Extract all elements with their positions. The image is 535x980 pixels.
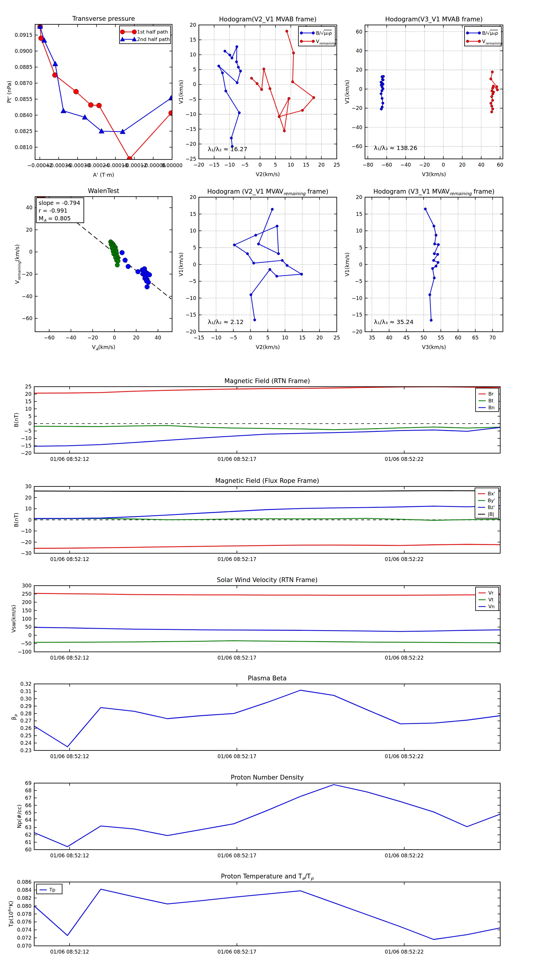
chart-title: Proton Number Density bbox=[231, 774, 303, 781]
x-tick-label: 01/06 08:52:12 bbox=[50, 456, 89, 462]
y-tick-label: 0 bbox=[28, 420, 32, 426]
y-tick-label: 10 bbox=[356, 228, 362, 234]
legend-label: |B| bbox=[488, 511, 494, 517]
x-tick-label: −40 bbox=[66, 335, 77, 340]
y-tick-label: 0.0810 bbox=[15, 144, 32, 150]
y-tick-label: −5 bbox=[189, 97, 196, 102]
chart-title: Hodogram(V3_V1 MVAB frame) bbox=[385, 16, 483, 23]
x-tick-label: 20 bbox=[318, 162, 325, 168]
annotation-lambda-ratio: λ₁/λ₂ ≈ 16.27 bbox=[208, 145, 247, 153]
y-tick-label: 0.076 bbox=[17, 919, 32, 925]
x-tick-label: 0 bbox=[259, 162, 262, 168]
y-tick-label: −40 bbox=[22, 293, 32, 299]
y-tick-label: 0.070 bbox=[17, 943, 32, 949]
chart-b_rtn: 01/06 08:52:1201/06 08:52:1701/06 08:52:… bbox=[13, 377, 500, 462]
y-tick-label: −40 bbox=[351, 124, 362, 130]
x-tick-label: −15 bbox=[193, 335, 204, 340]
y-axis-label: V1(km/s) bbox=[178, 253, 184, 277]
series-beta_p bbox=[34, 690, 500, 746]
legend-label: 2nd half path bbox=[137, 37, 170, 42]
y-tick-label: 0.0855 bbox=[15, 96, 32, 102]
y-axis-label: Np(#/cc) bbox=[16, 805, 22, 828]
y-tick-label: 15 bbox=[190, 37, 196, 43]
chart-b_fr: 01/06 08:52:1201/06 08:52:1701/06 08:52:… bbox=[13, 477, 500, 562]
x-axis-label: V2(km/s) bbox=[256, 171, 280, 177]
y-tick-label: 0.23 bbox=[20, 748, 32, 753]
x-tick-label: 45 bbox=[403, 335, 410, 340]
y-tick-label: 15 bbox=[356, 211, 362, 217]
y-tick-label: −50 bbox=[21, 641, 32, 646]
y-tick-label: −5 bbox=[189, 278, 196, 284]
axes-frame bbox=[34, 783, 500, 850]
chart-title: Hodogram(V2_V1 MVAB frame) bbox=[219, 16, 316, 23]
y-tick-label: 0.24 bbox=[20, 740, 32, 746]
y-tick-label: 20 bbox=[356, 194, 362, 200]
annotation-line: slope = -0.794 bbox=[38, 200, 80, 206]
legend: Bx'By'Bz'|B| bbox=[475, 488, 499, 518]
x-axis-label: V3(km/s) bbox=[422, 171, 446, 177]
x-tick-label: 40 bbox=[155, 335, 161, 340]
y-tick-label: 20 bbox=[25, 391, 32, 397]
y-tick-label: 63 bbox=[25, 824, 32, 830]
series-Vt bbox=[34, 641, 500, 643]
series-Bx_prime bbox=[34, 544, 500, 549]
y-tick-label: −20 bbox=[21, 539, 32, 545]
y-axis-label: B(nT) bbox=[13, 413, 19, 427]
y-tick-label: 50 bbox=[25, 624, 32, 630]
y-tick-label: 0.0870 bbox=[15, 80, 32, 86]
y-tick-label: −20 bbox=[185, 329, 196, 335]
x-tick-label: 01/06 08:52:17 bbox=[217, 556, 257, 562]
y-tick-label: −15 bbox=[21, 443, 32, 449]
annotation-box: slope = -0.794r = -0.991MA = 0.805 bbox=[36, 198, 84, 223]
x-tick-label: 01/06 08:52:22 bbox=[385, 655, 424, 661]
y-tick-label: −20 bbox=[21, 450, 32, 456]
x-tick-label: 10 bbox=[288, 162, 294, 168]
x-tick-label: −80 bbox=[363, 162, 373, 168]
y-tick-label: 10 bbox=[190, 52, 196, 57]
x-tick-label: 01/06 08:52:22 bbox=[385, 556, 424, 562]
annotation-lambda-ratio: λ₁/λ₃ ≈ 138.26 bbox=[374, 144, 417, 151]
x-tick-label: 0.00000 bbox=[162, 162, 182, 169]
y-tick-label: 67 bbox=[25, 795, 32, 801]
y-tick-label: 5 bbox=[193, 67, 196, 72]
x-tick-label: −40 bbox=[400, 162, 411, 168]
y-tick-label: 62 bbox=[25, 832, 32, 838]
x-tick-label: 01/06 08:52:17 bbox=[217, 456, 257, 462]
x-tick-label: 20 bbox=[316, 335, 323, 340]
series-Tp bbox=[34, 889, 500, 939]
chart-hodogram_v2v1_mvav: −15−10−50510152025−20−15−10−505101520Hod… bbox=[178, 188, 340, 350]
y-tick-label: 0.25 bbox=[20, 733, 32, 738]
y-tick-label: 20 bbox=[190, 194, 196, 200]
y-tick-label: 250 bbox=[22, 591, 32, 597]
ticks: 01/06 08:52:1201/06 08:52:1701/06 08:52:… bbox=[18, 583, 500, 661]
y-tick-label: 20 bbox=[190, 22, 196, 28]
y-tick-label: 0.0900 bbox=[15, 48, 32, 54]
x-tick-label: 01/06 08:52:22 bbox=[385, 949, 424, 955]
y-tick-label: −15 bbox=[185, 312, 196, 318]
x-tick-label: 20 bbox=[459, 162, 466, 168]
chart-title: WalenTest bbox=[88, 188, 120, 194]
y-tick-label: −5 bbox=[24, 428, 32, 434]
x-tick-label: 70 bbox=[489, 335, 496, 340]
ticks: 01/06 08:52:1201/06 08:52:1701/06 08:52:… bbox=[21, 484, 500, 562]
chart-tp: 01/06 08:52:1201/06 08:52:1701/06 08:52:… bbox=[7, 873, 500, 955]
axes-frame bbox=[34, 882, 500, 946]
x-tick-label: 01/06 08:52:22 bbox=[385, 853, 424, 859]
y-tick-label: 0.0840 bbox=[15, 112, 32, 118]
legend-label: B/√μ₀ρ bbox=[482, 30, 498, 36]
series-Np bbox=[34, 784, 500, 847]
y-tick-label: 0 bbox=[28, 517, 32, 523]
y-tick-label: 30 bbox=[25, 484, 32, 489]
y-tick-label: 0.29 bbox=[20, 703, 32, 709]
chart-np: 01/06 08:52:1201/06 08:52:1701/06 08:52:… bbox=[16, 774, 500, 859]
ticks: −0.00042−0.00036−0.00030−0.00024−0.00018… bbox=[15, 24, 183, 169]
y-axis-label: V1(km/s) bbox=[178, 80, 184, 104]
y-tick-label: −10 bbox=[351, 295, 362, 301]
y-tick-label: 10 bbox=[25, 406, 32, 412]
y-tick-label: 20 bbox=[25, 495, 32, 501]
x-tick-label: 5 bbox=[274, 162, 277, 168]
x-tick-label: 01/06 08:52:12 bbox=[50, 949, 89, 955]
x-tick-label: 15 bbox=[299, 335, 305, 340]
y-axis-label: B(nT) bbox=[13, 512, 19, 527]
legend-label: By' bbox=[488, 498, 495, 503]
